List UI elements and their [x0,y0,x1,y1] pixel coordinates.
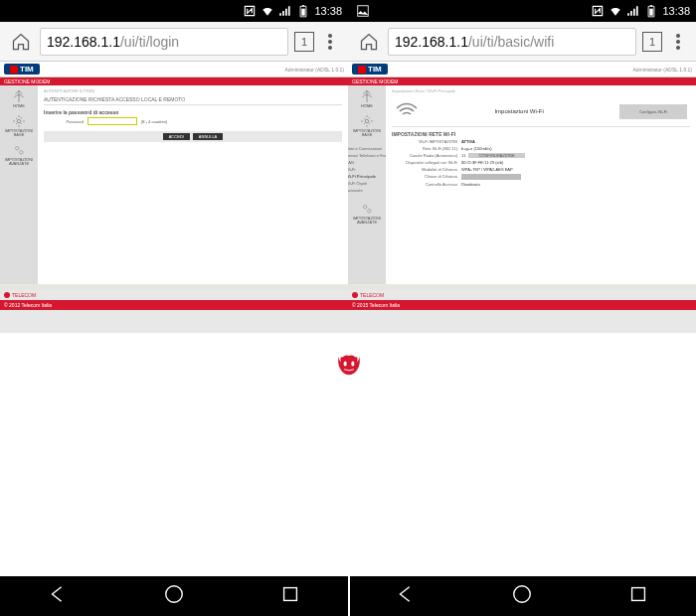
battery-icon [644,4,658,18]
sub-item-avanzate[interactable]: Avanzate [348,187,388,194]
status-time: 13:38 [314,5,342,17]
battery-icon [296,4,310,18]
svg-point-4 [20,151,23,155]
row-key: Wi-Fi IMPOSTAZIONI [392,139,461,144]
breadcrumb: AUTENTICAZIONE (LOGIN) [44,88,342,93]
svg-point-8 [365,119,369,123]
home-nav-button[interactable] [511,583,533,609]
sidebar-label: IMPOSTAZIONI BASE [352,129,382,137]
svg-rect-0 [302,9,306,16]
sub-item-lan[interactable]: LAN [348,159,388,166]
gears-icon [360,202,374,216]
android-nav-bar-right [348,576,696,616]
recent-apps-button[interactable] [627,583,649,609]
image-icon [356,4,370,18]
svg-rect-1 [302,5,304,6]
config-channel-button[interactable]: CONFIGURAZIONE [468,153,524,158]
svg-point-12 [351,361,354,366]
sub-sidebar: Rete e Connessione Servizi Telefonici e … [348,143,391,196]
svg-rect-7 [650,5,652,6]
tim-logo: TIM [4,64,40,75]
back-button[interactable] [47,583,69,609]
phone-screen-right: 13:38 192.168.1.1/ui/ti/basic/wifi 1 TIM… [348,0,696,333]
sub-item-rete[interactable]: Rete e Connessione [348,145,388,152]
recent-apps-button[interactable] [279,583,301,609]
browser-toolbar: 192.168.1.1/ui/ti/basic/wifi 1 [348,22,696,62]
svg-rect-14 [283,588,296,601]
sidebar-item-avanzate[interactable]: IMPOSTAZIONI AVANZATE [352,202,382,225]
tab-switcher[interactable]: 1 [642,32,662,52]
status-time: 13:38 [662,5,690,17]
cipher-key-hidden [461,174,521,180]
back-button[interactable] [395,583,417,609]
home-nav-button[interactable] [163,583,185,609]
row-key: Chiave di Cifratura [392,174,461,180]
svg-point-3 [16,147,20,151]
wifi-title: Impostazioni Wi-Fi [419,108,619,114]
svg-point-15 [514,586,531,603]
nfc-icon [591,4,605,18]
row-key: Modalità di Cifratura [392,167,461,172]
antenna-icon [12,89,26,103]
page-footer: TELECOM © 2012 Telecom Italia [0,290,348,310]
wifi-icon [261,4,274,18]
admin-label: Administrator (ADSL 1.0.1) [284,67,344,73]
password-input[interactable] [87,117,137,125]
telecom-logo: TELECOM [348,290,696,300]
devil-watermark-icon [333,348,365,380]
nfc-icon [243,4,257,18]
gear-icon [360,114,374,128]
home-button[interactable] [8,29,34,55]
row-val: 11 [461,153,465,158]
tab-switcher[interactable]: 1 [294,32,314,52]
annulla-button[interactable]: ANNULLA [193,133,223,140]
wifi-icon [609,4,622,18]
sidebar-item-avanzate[interactable]: IMPOSTAZIONI AVANZATE [4,143,34,166]
admin-label: Administrator (ADSL 1.0.1) [632,67,692,73]
url-input[interactable]: 192.168.1.1/ui/ti/basic/wifi [388,28,636,56]
svg-point-11 [344,361,347,366]
browser-toolbar: 192.168.1.1/ui/ti/login 1 [0,22,348,62]
button-bar: ACCEDI ANNULLA [44,131,342,142]
breadcrumb: Impostazioni Base / Wi-Fi Principale [392,88,690,93]
sub-item-telefonia[interactable]: Servizi Telefonici e Fax [348,152,388,159]
section-title: AUTENTICAZIONE RICHIESTA ACCESSO LOCAL E… [44,96,342,105]
sub-item-principale[interactable]: Wi‑Fi Principale [348,173,388,180]
gestione-modem-bar: GESTIONE MODEM [0,77,348,85]
wifi-header-row: Impostazioni Wi-Fi Configura Wi-Fi [392,96,690,127]
menu-button[interactable] [320,34,340,50]
antenna-icon [360,89,374,103]
page-footer: TELECOM © 2015 Telecom Italia [348,290,696,310]
home-button[interactable] [356,29,382,55]
wifi-content: Impostazioni Base / Wi-Fi Principale Imp… [386,85,696,284]
row-key: Controllo Accesso [392,182,461,187]
url-input[interactable]: 192.168.1.1/ui/ti/login [40,28,288,56]
row-val: Disattivato [461,182,480,187]
sidebar-item-home[interactable]: HOME [4,89,34,108]
sub-item-wifi[interactable]: Wi-Fi [348,166,388,173]
accedi-button[interactable]: ACCEDI [163,133,190,140]
svg-point-9 [364,206,368,210]
wifi-large-icon [395,99,419,123]
sidebar-label: IMPOSTAZIONI AVANZATE [352,217,382,225]
configura-wifi-button[interactable]: Configura Wi-Fi [619,104,687,119]
password-hint: (8 - 4 caratteri) [141,119,167,124]
sidebar-item-home[interactable]: HOME [352,89,382,108]
signal-icon [278,4,292,18]
menu-button[interactable] [668,34,688,50]
svg-point-10 [368,210,372,214]
left-sidebar: HOME IMPOSTAZIONI BASE IMPOSTAZIONI AVAN… [0,85,38,284]
row-val: ATTIVA [461,139,475,144]
copyright: © 2012 Telecom Italia [0,300,348,310]
login-content: AUTENTICAZIONE (LOGIN) AUTENTICAZIONE RI… [38,85,348,284]
sub-item-ospiti[interactable]: Wi‑Fi Ospiti [348,180,388,187]
svg-rect-16 [631,588,644,601]
sidebar-item-base[interactable]: IMPOSTAZIONI BASE [352,114,382,137]
sidebar-label: HOME [361,104,373,108]
sidebar-item-base[interactable]: IMPOSTAZIONI BASE [4,114,34,137]
sidebar-label: HOME [13,104,25,108]
tim-header: TIM Administrator (ADSL 1.0.1) [348,62,696,77]
row-val: 00:21:3F:FE:11:29 (stb) [461,160,503,165]
tim-logo: TIM [352,64,388,75]
wifi-details: Wi-Fi IMPOSTAZIONIATTIVA Rete Wi-Fi (802… [392,139,690,187]
